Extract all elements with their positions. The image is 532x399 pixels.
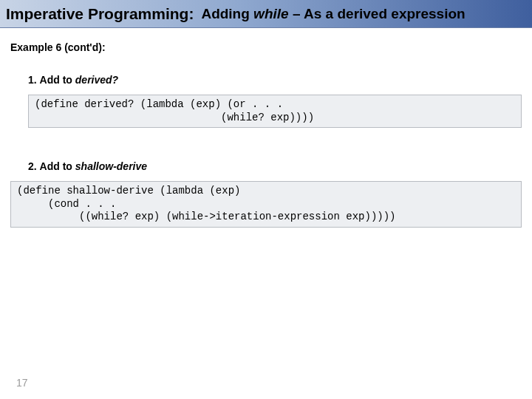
page-number: 17	[16, 377, 28, 389]
code-block-1: (define derived? (lambda (exp) (or . . .…	[28, 95, 522, 128]
step-1-num: 1.	[28, 74, 37, 86]
step-2-target: shallow-derive	[75, 160, 147, 172]
title-sub-italic: while	[253, 6, 289, 21]
code-block-2-wrap: (define shallow-derive (lambda (exp) (co…	[10, 181, 522, 228]
step-1: 1. Add to derived?	[28, 74, 522, 86]
slide-body: Example 6 (cont'd): 1. Add to derived? (…	[0, 28, 532, 228]
title-topic: Imperative Programming:	[6, 5, 194, 23]
step-2: 2. Add to shallow-derive	[28, 160, 522, 172]
title-sub-prefix: Adding	[201, 6, 253, 21]
code-block-1-wrap: (define derived? (lambda (exp) (or . . .…	[28, 95, 522, 128]
step-2-verb: Add to	[40, 160, 75, 172]
step-1-target: derived?	[75, 74, 118, 86]
code-block-2: (define shallow-derive (lambda (exp) (co…	[10, 181, 522, 228]
title-bar: Imperative Programming: Adding while – A…	[0, 0, 532, 28]
step-2-num: 2.	[28, 160, 37, 172]
step-1-verb: Add to	[40, 74, 75, 86]
example-label: Example 6 (cont'd):	[10, 41, 522, 53]
title-sub-suffix: – As a derived expression	[289, 6, 466, 21]
title-subtitle: Adding while – As a derived expression	[201, 6, 465, 22]
slide: Imperative Programming: Adding while – A…	[0, 0, 532, 399]
